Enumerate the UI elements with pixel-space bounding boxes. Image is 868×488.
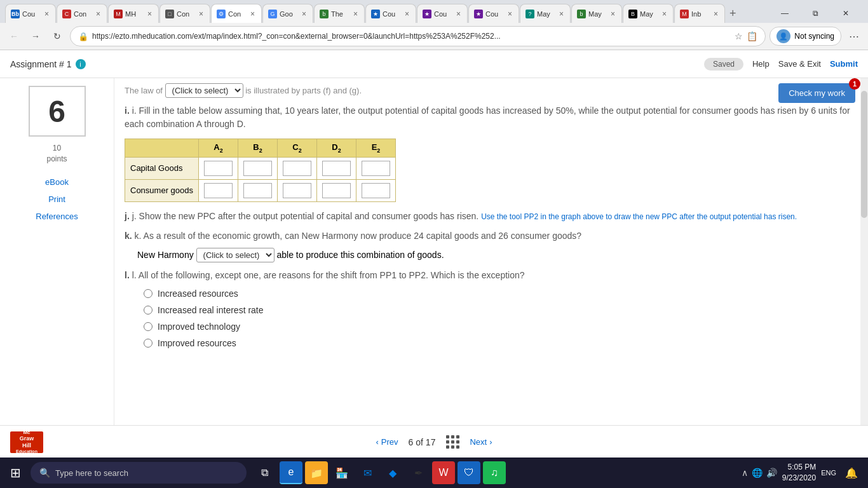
tab-close-goo[interactable]: × — [301, 10, 308, 18]
help-button[interactable]: Help — [752, 59, 770, 69]
radio-input-4[interactable] — [144, 339, 153, 348]
office-taskbar-icon[interactable]: W — [432, 461, 455, 484]
tab-favicon: C — [62, 10, 71, 18]
chevron-up-icon[interactable]: ∧ — [742, 468, 748, 478]
app7-taskbar-icon[interactable]: ✒ — [407, 461, 430, 484]
tab-close-may3[interactable]: × — [661, 10, 668, 18]
tab-close-may2[interactable]: × — [609, 10, 616, 18]
input-con-e2[interactable] — [362, 183, 390, 198]
radio-item-1[interactable]: Increased resources — [144, 288, 858, 299]
network-icon[interactable]: 🌐 — [752, 468, 763, 478]
scrollbar-thumb[interactable] — [861, 91, 867, 218]
maximize-button[interactable]: ⧉ — [801, 4, 830, 23]
tab-close-con1[interactable]: × — [95, 10, 102, 18]
check-work-button[interactable]: Check my work 1 — [778, 83, 855, 103]
back-button[interactable]: ← — [5, 27, 23, 45]
address-box[interactable]: 🔒 https://ezto.mheducation.com/ext/map/i… — [70, 26, 766, 46]
law-dropdown[interactable]: (Click to select) Demand Supply — [165, 83, 243, 98]
table-cell-cap-d2 — [317, 157, 356, 179]
tab-close-bb[interactable]: × — [43, 10, 50, 18]
tab-con1[interactable]: C Con × — [57, 4, 107, 23]
lock-icon: 🔒 — [78, 32, 88, 41]
input-cap-d2[interactable] — [322, 161, 351, 176]
edge-taskbar-icon[interactable]: e — [280, 461, 302, 484]
tab-close-the[interactable]: × — [352, 10, 359, 18]
forward-button[interactable]: → — [27, 27, 44, 45]
radio-input-2[interactable] — [144, 306, 153, 315]
minimize-button[interactable]: — — [770, 4, 799, 23]
radio-item-3[interactable]: Improved technology — [144, 322, 858, 332]
tab-close-cou1[interactable]: × — [403, 10, 410, 18]
tab-close-con3[interactable]: × — [249, 10, 256, 18]
taskbar-search-bar[interactable]: 🔍 Type here to search — [31, 462, 247, 484]
tab-cou1[interactable]: ★ Cou × — [365, 4, 416, 23]
tab-may2[interactable]: b May × — [571, 4, 622, 23]
notification-button[interactable]: 🔔 — [841, 463, 862, 483]
tab-close-cou2[interactable]: × — [455, 10, 462, 18]
tab-inb[interactable]: M Inb × — [674, 4, 725, 23]
prev-button[interactable]: ‹ Prev — [376, 437, 398, 447]
tab-favicon: Bb — [11, 10, 20, 18]
tab-title-con3: Con — [228, 10, 247, 18]
input-cap-b2[interactable] — [243, 161, 272, 176]
collections-icon[interactable]: 📋 — [747, 31, 757, 41]
tab-close-con2[interactable]: × — [198, 10, 205, 18]
print-button[interactable]: Print — [43, 192, 71, 207]
part-i-text: i. i. Fill in the table below assuming t… — [125, 104, 858, 131]
speaker-icon[interactable]: 🔊 — [766, 468, 777, 478]
input-cap-c2[interactable] — [283, 161, 311, 176]
tab-goo[interactable]: G Goo × — [262, 4, 313, 23]
tab-close-cou3[interactable]: × — [506, 10, 513, 18]
tab-close-may1[interactable]: × — [558, 10, 565, 18]
new-tab-button[interactable]: + — [726, 4, 740, 23]
references-button[interactable]: References — [31, 209, 83, 224]
task-view-button[interactable]: ⧉ — [252, 460, 277, 485]
store-taskbar-icon[interactable]: 🏪 — [330, 461, 353, 484]
tab-the[interactable]: b The × — [314, 4, 365, 23]
input-con-c2[interactable] — [283, 183, 311, 198]
table-header-empty — [125, 139, 199, 158]
tab-mh[interactable]: M MH × — [108, 4, 159, 23]
save-exit-button[interactable]: Save & Exit — [778, 59, 821, 69]
security-taskbar-icon[interactable]: 🛡 — [458, 461, 480, 484]
reload-button[interactable]: ↻ — [48, 27, 66, 45]
more-options-button[interactable]: ⋯ — [845, 27, 863, 45]
radio-input-1[interactable] — [144, 289, 153, 298]
input-con-a2[interactable] — [204, 183, 233, 198]
ebook-button[interactable]: eBook — [40, 175, 74, 189]
spotify-taskbar-icon[interactable]: ♫ — [483, 461, 506, 484]
input-con-b2[interactable] — [243, 183, 272, 198]
grid-nav-icon[interactable] — [445, 435, 459, 449]
file-explorer-taskbar-icon[interactable]: 📁 — [305, 461, 328, 484]
system-clock[interactable]: 5:05 PM 9/23/2020 — [782, 462, 816, 484]
tab-con2[interactable]: □ Con × — [159, 4, 210, 23]
mail-taskbar-icon[interactable]: ✉ — [356, 461, 379, 484]
input-cap-e2[interactable] — [362, 161, 390, 176]
sync-button[interactable]: 👤 Not syncing — [770, 27, 841, 46]
tab-cou2[interactable]: ★ Cou × — [417, 4, 468, 23]
scrollbar-track[interactable] — [860, 78, 868, 425]
tab-bb[interactable]: Bb Cou × — [5, 4, 56, 23]
input-con-d2[interactable] — [322, 183, 351, 198]
dropbox-taskbar-icon[interactable]: ◆ — [381, 461, 404, 484]
info-icon[interactable]: i — [76, 59, 86, 69]
clock-date: 9/23/2020 — [782, 473, 816, 484]
start-button[interactable]: ⊞ — [0, 458, 31, 488]
submit-button[interactable]: Submit — [830, 59, 858, 69]
radio-input-3[interactable] — [144, 322, 153, 331]
tab-cou3[interactable]: ★ Cou × — [468, 4, 519, 23]
tab-may3[interactable]: B May × — [623, 4, 674, 23]
tab-favicon: M — [114, 10, 123, 18]
tab-con3[interactable]: ⚙ Con × — [211, 4, 262, 23]
tab-may1[interactable]: ? May × — [520, 4, 571, 23]
favorite-icon[interactable]: ☆ — [735, 31, 743, 41]
next-label: Next — [470, 437, 487, 447]
close-window-button[interactable]: ✕ — [831, 4, 860, 23]
radio-item-4[interactable]: Improved resources — [144, 338, 858, 348]
tab-close-mh[interactable]: × — [146, 10, 153, 18]
input-cap-a2[interactable] — [204, 161, 233, 176]
tab-close-inb[interactable]: × — [712, 10, 719, 18]
part-k-dropdown[interactable]: (Click to select) is is not — [196, 248, 275, 262]
radio-item-2[interactable]: Increased real interest rate — [144, 305, 858, 315]
next-button[interactable]: Next › — [470, 437, 492, 447]
